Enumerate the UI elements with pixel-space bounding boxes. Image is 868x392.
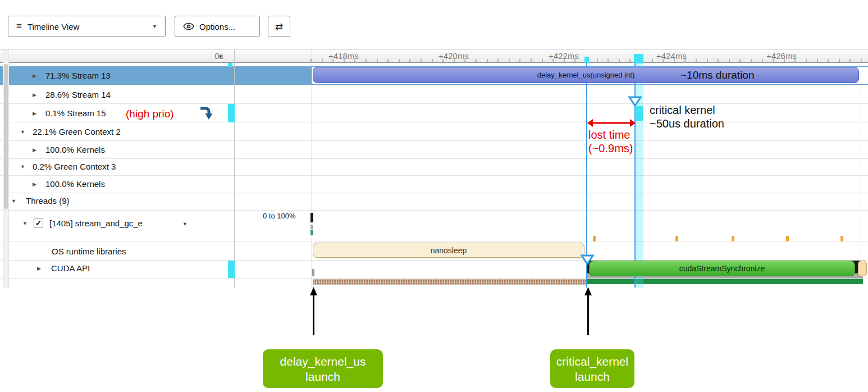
critical-kernel-annotation: critical kernel ~50us duration: [650, 103, 724, 130]
callout-line1: delay_kernel_us: [280, 354, 366, 369]
timeline-marker-line[interactable]: [634, 57, 636, 288]
row-label: OS runtime libraries: [52, 247, 126, 256]
delay-kernel-launch-callout: delay_kernel_us launch: [263, 349, 383, 388]
cuda-sync-event-bar[interactable]: cudaStreamSynchronize: [589, 261, 855, 276]
timeline-divider[interactable]: [312, 50, 312, 288]
nanosleep-label: nanosleep: [431, 246, 467, 255]
lost-time-line1: lost time: [588, 128, 633, 142]
capture-end-line: [861, 56, 861, 278]
options-button[interactable]: Options...: [175, 16, 260, 37]
ruler-minor-ticks: [310, 59, 868, 62]
thread-state-running-bar[interactable]: [586, 279, 863, 284]
expand-arrow-icon[interactable]: ▶: [33, 147, 36, 153]
callout-line1: critical_kernel: [556, 354, 628, 369]
event-start-marker-icon[interactable]: [581, 254, 594, 267]
kernel-duration-annotation: ~10ms duration: [680, 69, 755, 81]
event-start-marker-icon[interactable]: [628, 96, 642, 109]
thread-row-caret-icon[interactable]: ▼: [182, 221, 188, 227]
cpu-usage-fragment: [310, 225, 313, 229]
row-separator: [0, 210, 868, 211]
row-label: CUDA API: [51, 263, 90, 273]
up-arrow: [309, 287, 318, 339]
cpu-meter-range-label: 0 to 100%: [263, 212, 296, 220]
row-label: Threads (9): [26, 196, 70, 206]
thread-state-fragment: [310, 230, 313, 235]
callout-line2: launch: [575, 369, 610, 384]
swap-rows-button[interactable]: ⇄: [268, 16, 290, 37]
row-label: [1405] stream_and_gc_e: [49, 218, 143, 228]
selection-cyan-chip-small: [228, 63, 232, 67]
event-tick[interactable]: [675, 236, 678, 241]
callout-line2: launch: [305, 369, 340, 384]
high-prio-annotation: (high prio): [126, 108, 174, 120]
row-separator: [0, 122, 868, 122]
selection-cyan-chip: [228, 104, 235, 122]
vertical-scrollbar-track[interactable]: [3, 50, 9, 288]
timeline-marker-line[interactable]: [586, 57, 587, 288]
row-separator: [0, 158, 868, 159]
chevron-down-icon: ▼: [152, 24, 157, 29]
event-tick[interactable]: [840, 236, 843, 241]
vertical-scrollbar-thumb[interactable]: [4, 64, 8, 209]
expand-arrow-icon[interactable]: ▶: [37, 266, 41, 271]
highlight-band: [635, 54, 643, 288]
lost-time-annotation: lost time (~0.9ms): [588, 128, 633, 155]
check-icon: ✓: [35, 218, 42, 227]
event-tick[interactable]: [732, 236, 734, 241]
time-ruler[interactable]: 0s ▼ +418ms +420ms +422ms +424ms +426ms: [0, 50, 868, 63]
critical-kernel-launch-callout: critical_kernel launch: [550, 349, 634, 388]
row-label: 100.0% Kernels: [45, 179, 105, 189]
row-label: 71.3% Stream 13: [45, 71, 111, 80]
timeline-view-dropdown[interactable]: ≡ Timeline View ▼: [8, 16, 166, 37]
selection-cyan-chip: [228, 261, 235, 278]
thread-checkbox[interactable]: ✓: [34, 218, 43, 227]
sidebar-divider[interactable]: [234, 50, 235, 288]
expand-arrow-icon[interactable]: ▶: [33, 92, 36, 98]
row-separator: [0, 66, 868, 66]
row-label: 0.2% Green Context 3: [33, 162, 116, 171]
expand-arrow-icon[interactable]: ▶: [33, 73, 36, 79]
hamburger-icon: ≡: [16, 21, 22, 32]
collapse-arrow-icon[interactable]: ▼: [20, 129, 25, 135]
row-label: 22.1% Green Context 2: [33, 127, 121, 136]
highlight-band-cap: [634, 54, 643, 63]
expand-arrow-icon[interactable]: ▶: [33, 111, 36, 116]
row-separator: [0, 175, 868, 176]
thread-state-sleeping-bar[interactable]: [313, 279, 586, 285]
collapse-arrow-icon[interactable]: ▼: [11, 198, 16, 204]
up-arrow: [583, 287, 593, 339]
event-tick[interactable]: [593, 236, 596, 241]
timeline-marker-cap: [584, 57, 589, 63]
nanosleep-event-bar[interactable]: nanosleep: [313, 243, 584, 258]
cuda-launch-tick[interactable]: [312, 269, 314, 276]
critical-kernel-line1: critical kernel: [650, 103, 724, 117]
row-separator: [0, 193, 868, 193]
row-label: 0.1% Stream 15: [45, 108, 106, 118]
nsight-timeline-window: ≡ Timeline View ▼ Options... ⇄ 0s ▼ +418…: [0, 0, 868, 392]
expand-arrow-icon[interactable]: ▶: [33, 181, 36, 187]
lost-time-line2: (~0.9ms): [588, 142, 633, 155]
kernel-event-label: delay_kernel_us(unsigned int): [537, 71, 634, 79]
row-separator: [0, 140, 868, 141]
critical-kernel-line2: ~50us duration: [650, 117, 724, 130]
row-label: 100.0% Kernels: [45, 145, 105, 154]
row-label: 28.6% Stream 14: [45, 90, 111, 99]
swap-icon: ⇄: [275, 21, 283, 33]
collapse-arrow-icon[interactable]: ▼: [22, 221, 28, 226]
timeline-view-label: Timeline View: [28, 22, 80, 31]
bent-down-arrow-icon: [199, 106, 213, 122]
row-separator: [0, 241, 868, 241]
collapse-arrow-icon[interactable]: ▼: [20, 164, 25, 170]
cuda-sync-label: cudaStreamSynchronize: [679, 264, 765, 273]
event-tick[interactable]: [786, 236, 789, 241]
next-api-event-bar[interactable]: [858, 261, 867, 276]
ruler-origin-caret-icon[interactable]: ▼: [218, 54, 223, 60]
kernel-event-bar[interactable]: delay_kernel_us(unsigned int): [313, 67, 859, 83]
row-separator: [0, 85, 868, 85]
eye-icon: [183, 22, 194, 30]
row-separator: [0, 103, 868, 104]
options-label: Options...: [199, 22, 235, 31]
cpu-usage-fragment: [310, 213, 313, 222]
